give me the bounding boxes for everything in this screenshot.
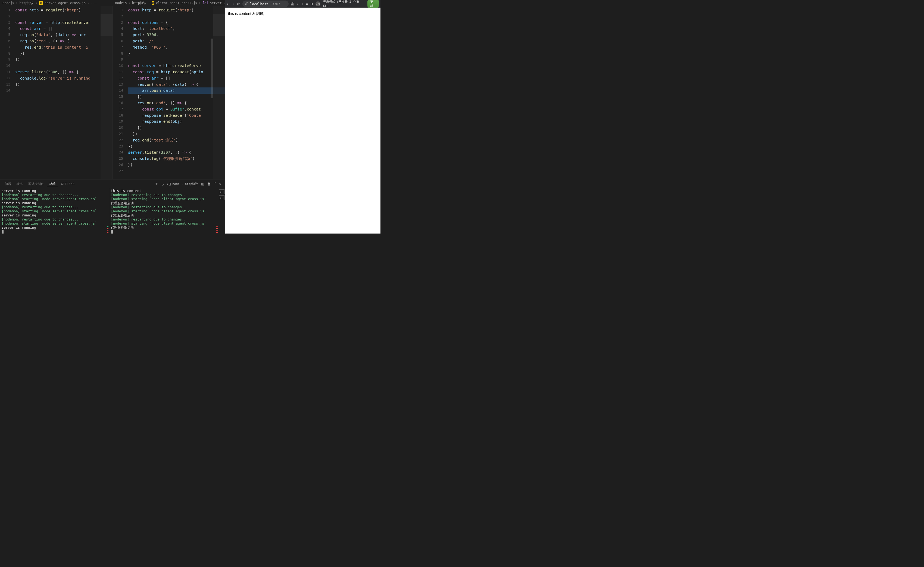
js-icon: JS <box>152 1 154 5</box>
new-terminal-icon[interactable]: ＋ <box>155 182 158 186</box>
bc-item[interactable]: client_agent_cross.js <box>156 1 197 5</box>
forward-button[interactable]: → <box>232 2 234 6</box>
close-icon[interactable]: ✕ <box>219 182 221 186</box>
editor-server[interactable]: 1234567891011121314 const http = require… <box>0 6 113 179</box>
code-line[interactable]: server.listen(3306, () => { <box>15 69 113 75</box>
browser-toolbar: ← → ⟳ ⓘ localhost:3307 🈯︎ ☆ ✦ ≡ ◨ ⌐◨ 无痕模… <box>225 0 381 8</box>
bottom-panel: 问题 输出 调试控制台 终端 GITLENS ＋ ⌄ ▸⃞ node - htt… <box>0 179 225 234</box>
code-line[interactable]: req.on('end', () => { <box>15 38 113 44</box>
browser-window: ← → ⟳ ⓘ localhost:3307 🈯︎ ☆ ✦ ≡ ◨ ⌐◨ 无痕模… <box>225 0 381 234</box>
terminal-dropdown[interactable]: ▸⃞ node - http协议 <box>167 182 198 186</box>
tab-problems[interactable]: 问题 <box>2 181 14 187</box>
tab-debug-console[interactable]: 调试控制台 <box>26 181 47 187</box>
scroll-decor <box>216 189 218 233</box>
terminal-cursor <box>2 230 3 234</box>
code-line[interactable]: const arr = [] <box>15 26 113 32</box>
line-gutter: 1234567891011121314151617181920212223242… <box>113 6 128 179</box>
chevron-right-icon: › <box>87 1 89 5</box>
tab-output[interactable]: 输出 <box>14 181 26 187</box>
chevron-right-icon: › <box>129 1 131 5</box>
terminal-right[interactable]: this is content[nodemon] restarting due … <box>109 188 218 234</box>
url-port: :3307 <box>270 2 280 6</box>
tab-gitlens[interactable]: GITLENS <box>59 181 77 187</box>
bc-item[interactable]: server_agent_cross.js <box>45 1 86 5</box>
chevron-up-icon[interactable]: ˄ <box>214 182 216 186</box>
scroll-thumb[interactable] <box>211 39 213 98</box>
bc-item[interactable]: http协议 <box>132 1 146 5</box>
panel-tabs: 问题 输出 调试控制台 终端 GITLENS ＋ ⌄ ▸⃞ node - htt… <box>0 180 225 188</box>
terminal-name: node - http协议 <box>172 182 198 186</box>
back-button[interactable]: ← <box>227 2 229 6</box>
page-text: this is content & 测试 <box>228 11 263 16</box>
code-line[interactable]: req.on('data', (data) => arr. <box>15 32 113 38</box>
incognito-icon[interactable]: ⌐◨ <box>316 2 321 6</box>
extensions-icon[interactable]: ✦ <box>301 2 303 6</box>
terminal-list: ▸⃞ ▸⃞ <box>218 188 225 234</box>
minimap[interactable] <box>213 6 225 179</box>
reload-button[interactable]: ⟳ <box>237 2 240 6</box>
chevron-right-icon: › <box>199 1 201 5</box>
bc-item[interactable]: http协议 <box>20 1 34 5</box>
terminal-left[interactable]: server is running[nodemon] restarting du… <box>0 188 109 234</box>
breadcrumb-right[interactable]: nodejs › http协议 › JS client_agent_cross.… <box>113 0 226 6</box>
terminal-entry-icon[interactable]: ▸⃞ <box>219 195 224 200</box>
code-line[interactable] <box>15 13 113 20</box>
chevron-right-icon: › <box>16 1 18 5</box>
reading-list-icon[interactable]: ≡ <box>306 2 308 6</box>
side-panel-icon[interactable]: ◨ <box>311 2 313 6</box>
bc-item[interactable]: nodejs <box>3 1 14 5</box>
code-line[interactable] <box>15 87 113 94</box>
address-bar[interactable]: ⓘ localhost:3307 <box>242 0 289 7</box>
tab-terminal[interactable]: 终端 <box>47 181 59 187</box>
bc-item[interactable]: ... <box>91 1 97 5</box>
code-line[interactable]: }) <box>15 57 113 63</box>
incognito-text: 无痕模式（已打开 2 个窗口） <box>323 0 365 8</box>
bc-item[interactable]: nodejs <box>115 1 127 5</box>
page-body: this is content & 测试 <box>225 8 381 234</box>
minimap-viewport[interactable] <box>213 14 225 36</box>
url-host: localhost <box>250 2 268 6</box>
translate-icon[interactable]: 🈯︎ <box>291 2 294 6</box>
minimap[interactable] <box>101 6 113 179</box>
code-line[interactable]: const http = require('http') <box>15 7 113 13</box>
scroll-decor <box>107 189 108 233</box>
code-line[interactable] <box>15 63 113 69</box>
terminal-entry-icon[interactable]: ▸⃞ <box>219 189 224 194</box>
split-terminal-icon[interactable]: ◫ <box>202 182 203 186</box>
code-line[interactable]: console.log('server is running <box>15 75 113 81</box>
bookmark-icon[interactable]: ☆ <box>297 2 299 6</box>
bc-item[interactable]: server <box>210 1 221 5</box>
js-icon: JS <box>39 1 43 5</box>
code-line[interactable]: const server = http.createServer <box>15 20 113 26</box>
trash-icon[interactable]: 🗑 <box>207 182 211 186</box>
chevron-right-icon: › <box>148 1 150 5</box>
scrollbar[interactable] <box>211 6 213 179</box>
code-line[interactable]: res.end('this is content & <box>15 44 113 51</box>
breadcrumb-left[interactable]: nodejs › http协议 › JS server_agent_cross.… <box>0 0 113 6</box>
editor-client[interactable]: 1234567891011121314151617181920212223242… <box>113 6 225 179</box>
code-area[interactable]: const http = require('http')const server… <box>15 6 113 179</box>
terminal-icon: ▸⃞ <box>167 182 171 186</box>
code-line[interactable]: }) <box>15 81 113 88</box>
line-gutter: 1234567891011121314 <box>0 6 15 179</box>
terminal-cursor <box>111 230 113 234</box>
minimap-viewport[interactable] <box>101 14 113 36</box>
chevron-right-icon: › <box>223 1 225 5</box>
symbol-variable-icon: [ᴏ] <box>202 1 208 5</box>
dropdown-icon[interactable]: ⌄ <box>162 182 164 186</box>
info-icon[interactable]: ⓘ <box>245 2 248 6</box>
chevron-right-icon: › <box>36 1 38 5</box>
code-line[interactable]: }) <box>15 51 113 57</box>
